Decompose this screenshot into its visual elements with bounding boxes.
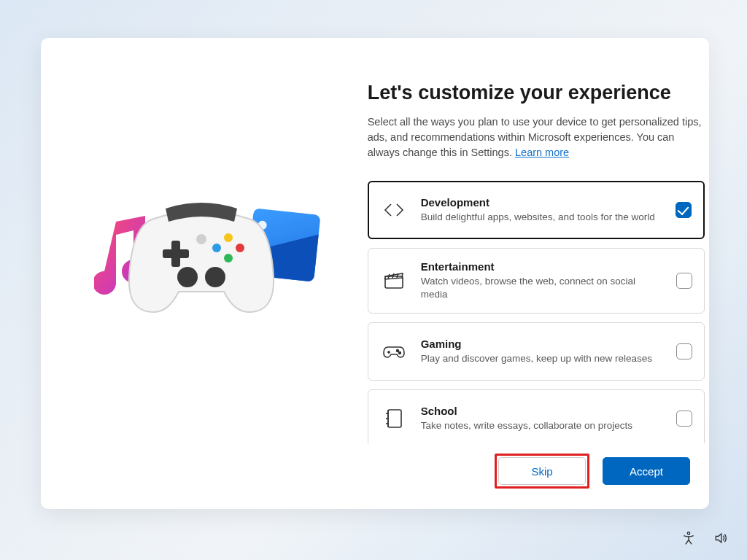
code-icon: [382, 198, 406, 222]
option-desc: Take notes, write essays, collaborate on…: [421, 419, 659, 432]
system-tray: [681, 531, 728, 548]
option-checkbox[interactable]: [676, 273, 692, 289]
gamepad-icon: [382, 339, 406, 364]
option-desc: Watch videos, browse the web, connect on…: [421, 275, 659, 301]
skip-button[interactable]: Skip: [498, 457, 586, 485]
svg-point-4: [212, 244, 221, 252]
usage-options: Development Build delightful apps, websi…: [368, 181, 705, 443]
option-checkbox[interactable]: [676, 411, 692, 427]
option-checkbox[interactable]: [676, 343, 692, 359]
svg-point-7: [205, 267, 225, 287]
svg-point-3: [236, 244, 244, 252]
option-desc: Build delightful apps, websites, and too…: [421, 211, 659, 224]
svg-point-6: [177, 267, 198, 287]
svg-point-8: [196, 234, 206, 244]
skip-highlight: Skip: [495, 454, 589, 489]
page-subtitle: Select all the ways you plan to use your…: [368, 114, 705, 160]
clapperboard-icon: [382, 268, 406, 293]
svg-line-10: [388, 274, 390, 279]
option-entertainment[interactable]: Entertainment Watch videos, browse the w…: [368, 248, 705, 314]
notebook-icon: [382, 406, 406, 431]
option-school[interactable]: School Take notes, write essays, collabo…: [368, 389, 705, 443]
volume-icon[interactable]: [713, 531, 728, 548]
option-title: Entertainment: [421, 260, 659, 273]
option-gaming[interactable]: Gaming Play and discover games, keep up …: [368, 322, 705, 381]
footer-actions: Skip Accept: [362, 443, 706, 491]
svg-point-22: [687, 532, 689, 534]
content-scroll[interactable]: Let's customize your experience Select a…: [362, 82, 706, 443]
accept-button[interactable]: Accept: [603, 457, 690, 485]
content-pane: Let's customize your experience Select a…: [362, 38, 709, 509]
option-desc: Play and discover games, keep up with ne…: [421, 352, 659, 365]
svg-point-15: [396, 350, 398, 352]
illustration-pane: [41, 38, 362, 509]
svg-line-11: [392, 273, 394, 278]
option-title: Development: [421, 196, 659, 209]
svg-point-2: [224, 233, 233, 242]
svg-rect-1: [171, 241, 180, 267]
accessibility-icon[interactable]: [681, 531, 696, 548]
option-development[interactable]: Development Build delightful apps, websi…: [368, 181, 705, 239]
svg-point-16: [398, 352, 400, 354]
learn-more-link[interactable]: Learn more: [515, 147, 569, 158]
option-title: Gaming: [421, 338, 659, 350]
game-controller-icon: [125, 197, 278, 321]
usage-illustration: [88, 197, 314, 350]
option-checkbox[interactable]: [676, 202, 692, 218]
svg-point-5: [224, 254, 233, 262]
oobe-window: Let's customize your experience Select a…: [41, 38, 709, 509]
svg-rect-17: [388, 410, 401, 427]
option-title: School: [421, 405, 659, 417]
page-title: Let's customize your experience: [368, 82, 705, 104]
